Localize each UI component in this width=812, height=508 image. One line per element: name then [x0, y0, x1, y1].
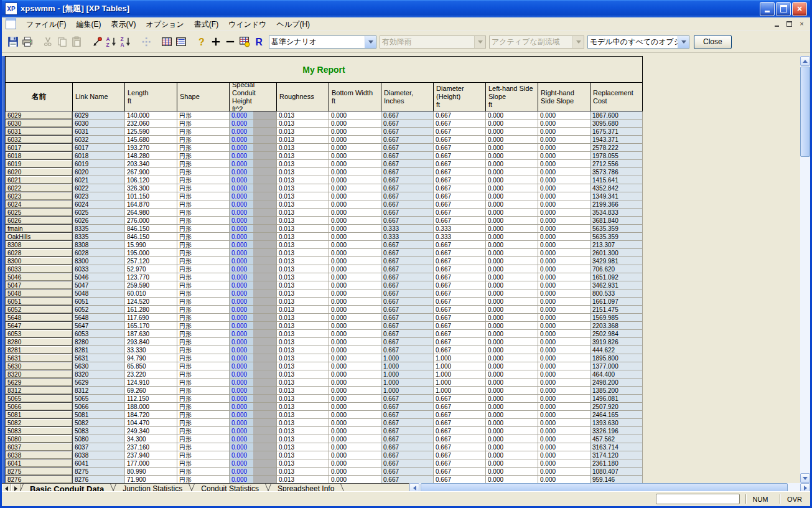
- header-cell-11[interactable]: Replacement Cost: [590, 82, 643, 111]
- grid-cell[interactable]: 0.013: [277, 111, 329, 120]
- tab-spreadsheet-info[interactable]: Spreadsheet Info: [270, 484, 342, 491]
- grid-cell[interactable]: 0.013: [277, 192, 329, 200]
- grid-cell[interactable]: 0.000: [486, 168, 538, 176]
- grid-cell[interactable]: 0.000: [230, 395, 277, 403]
- special-height-value[interactable]: 0.000: [230, 306, 253, 313]
- grid-cell[interactable]: 2464.165: [590, 411, 643, 419]
- grid-cell[interactable]: 3163.714: [590, 443, 643, 451]
- grid-cell[interactable]: 5647: [73, 322, 125, 330]
- grid-cell[interactable]: 0.000: [486, 160, 538, 168]
- row-header-cell[interactable]: 6017: [5, 144, 73, 152]
- grid-cell[interactable]: 円形: [177, 136, 230, 144]
- grid-cell[interactable]: 5629: [73, 379, 125, 387]
- grid-cell[interactable]: 0.000: [230, 451, 277, 459]
- grid-cell[interactable]: 0.000: [486, 411, 538, 419]
- grid-cell[interactable]: 0.000: [538, 370, 590, 379]
- grid-cell[interactable]: 0.000: [230, 314, 277, 322]
- grid-cell[interactable]: 0.013: [277, 435, 329, 443]
- grid-cell[interactable]: 0.667: [381, 128, 434, 136]
- grid-cell[interactable]: 2507.920: [590, 403, 643, 411]
- grid-cell[interactable]: 6051: [73, 298, 125, 306]
- grid-cell[interactable]: 0.667: [381, 443, 434, 451]
- grid-cell[interactable]: 0.000: [230, 281, 277, 289]
- grid-cell[interactable]: 円形: [177, 314, 230, 322]
- sort-descending-icon[interactable]: ZA: [118, 35, 133, 49]
- grid-cell[interactable]: 0.013: [277, 128, 329, 136]
- grid-cell[interactable]: 6030: [73, 120, 125, 128]
- special-height-value[interactable]: 0.000: [230, 257, 253, 265]
- row-header-cell[interactable]: 6021: [5, 176, 73, 184]
- grid-cell[interactable]: 0.667: [434, 476, 486, 483]
- grid-cell[interactable]: 6037: [73, 443, 125, 451]
- row-header-cell[interactable]: 6038: [5, 451, 73, 459]
- grid-cell[interactable]: 円形: [177, 249, 230, 257]
- grid-cell[interactable]: 0.667: [434, 192, 486, 200]
- grid-cell[interactable]: 0.013: [277, 427, 329, 435]
- grid-cell[interactable]: 140.000: [125, 111, 177, 120]
- grid-cell[interactable]: 0.000: [329, 241, 381, 249]
- grid-cell[interactable]: 0.000: [486, 273, 538, 281]
- special-height-value[interactable]: 0.000: [230, 136, 253, 143]
- grid-cell[interactable]: 0.013: [277, 379, 329, 387]
- grid-cell[interactable]: 195.000: [125, 249, 177, 257]
- grid-cell[interactable]: 457.562: [590, 435, 643, 443]
- grid-cell[interactable]: 1.000: [434, 354, 486, 362]
- grid-cell[interactable]: 円形: [177, 370, 230, 379]
- row-header-cell[interactable]: 6053: [5, 330, 73, 338]
- grid-cell[interactable]: 0.000: [486, 476, 538, 483]
- special-height-value[interactable]: 0.000: [230, 192, 253, 200]
- grid-cell[interactable]: 0.667: [434, 144, 486, 152]
- grid-cell[interactable]: 円形: [177, 184, 230, 192]
- grid-cell[interactable]: 0.013: [277, 306, 329, 314]
- table-format-icon[interactable]: [174, 35, 188, 49]
- grid-cell[interactable]: 0.000: [538, 419, 590, 427]
- grid-cell[interactable]: 0.000: [329, 370, 381, 379]
- tabs-scroll-left-button[interactable]: [2, 484, 11, 491]
- grid-cell[interactable]: 2601.300: [590, 249, 643, 257]
- grid-cell[interactable]: 203.340: [125, 160, 177, 168]
- grid-cell[interactable]: 0.000: [329, 136, 381, 144]
- grid-cell[interactable]: 124.910: [125, 379, 177, 387]
- grid-cell[interactable]: 0.000: [230, 354, 277, 362]
- grid-cell[interactable]: 0.000: [329, 257, 381, 265]
- grid-cell[interactable]: 0.667: [381, 289, 434, 298]
- special-height-value[interactable]: 0.000: [230, 184, 253, 192]
- scroll-down-button[interactable]: [800, 473, 810, 483]
- grid-cell[interactable]: 0.000: [329, 354, 381, 362]
- header-cell-3[interactable]: Shape: [177, 82, 230, 111]
- grid-cell[interactable]: 8300: [73, 257, 125, 265]
- grid-cell[interactable]: 0.000: [230, 387, 277, 395]
- grid-cell[interactable]: 0.013: [277, 152, 329, 160]
- grid-cell[interactable]: 0.013: [277, 362, 329, 370]
- grid-cell[interactable]: 0.013: [277, 209, 329, 217]
- grid-cell[interactable]: 0.667: [434, 160, 486, 168]
- grid-cell[interactable]: 0.000: [230, 330, 277, 338]
- grid-cell[interactable]: 5046: [73, 273, 125, 281]
- row-header-cell[interactable]: 8308: [5, 241, 73, 249]
- status-input[interactable]: [656, 494, 740, 504]
- grid-cell[interactable]: 0.000: [230, 249, 277, 257]
- grid-cell[interactable]: 0.000: [230, 257, 277, 265]
- grid-cell[interactable]: 0.013: [277, 233, 329, 241]
- grid-cell[interactable]: 0.667: [434, 419, 486, 427]
- grid-cell[interactable]: 円形: [177, 241, 230, 249]
- grid-cell[interactable]: 2199.366: [590, 200, 643, 209]
- grid-cell[interactable]: 0.667: [434, 411, 486, 419]
- grid-cell[interactable]: 0.013: [277, 217, 329, 225]
- grid-cell[interactable]: 0.013: [277, 298, 329, 306]
- grid-cell[interactable]: 1.000: [381, 387, 434, 395]
- grid-cell[interactable]: 0.000: [329, 273, 381, 281]
- special-height-value[interactable]: 0.000: [230, 346, 253, 354]
- grid-cell[interactable]: 5635.359: [590, 225, 643, 233]
- grid-cell[interactable]: 0.013: [277, 136, 329, 144]
- grid-cell[interactable]: 3534.833: [590, 209, 643, 217]
- header-cell-2[interactable]: Length ft: [125, 82, 177, 111]
- grid-cell[interactable]: 0.000: [230, 265, 277, 273]
- scroll-up-button[interactable]: [800, 56, 810, 66]
- special-height-value[interactable]: 0.000: [230, 273, 253, 281]
- special-height-value[interactable]: 0.000: [230, 443, 253, 451]
- grid-cell[interactable]: 円形: [177, 298, 230, 306]
- grid-cell[interactable]: 0.667: [381, 136, 434, 144]
- grid-cell[interactable]: 0.000: [230, 435, 277, 443]
- grid-cell[interactable]: 0.000: [538, 322, 590, 330]
